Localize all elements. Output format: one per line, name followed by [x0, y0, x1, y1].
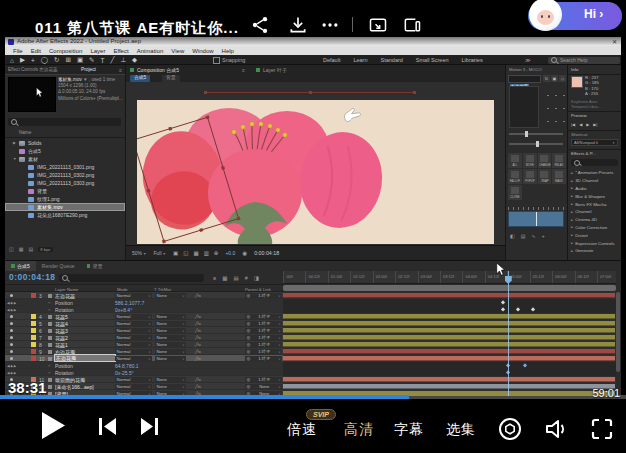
timeline-icon-3[interactable]: # — [245, 275, 248, 281]
timeline-tab[interactable]: 背景 — [81, 261, 109, 271]
motion-button-clone[interactable]: CLONE — [508, 185, 522, 200]
slider-knob[interactable] — [525, 131, 528, 137]
work-area-bar[interactable] — [283, 285, 616, 291]
resolution-select[interactable]: Full▼ — [153, 250, 166, 256]
transport-icon-3[interactable]: ▶| — [593, 122, 597, 127]
motion-grid-icon[interactable]: ▣ — [551, 75, 558, 82]
tool-icon-11[interactable]: ◆ — [132, 56, 137, 64]
layer-name[interactable]: 花蕊1 — [55, 342, 113, 348]
fx-switch-icon[interactable]: ╱fx — [195, 384, 201, 389]
shortcut-select[interactable]: All/Numpad 0 ▼ — [571, 139, 618, 146]
tool-icon-2[interactable]: + — [31, 57, 35, 64]
bounds-handle[interactable] — [204, 91, 207, 94]
search-help-input[interactable]: Search Help — [548, 57, 620, 64]
layer-row[interactable]: 8花蕊1Normal∨None∨╱fx◎1.叶子∨ — [5, 341, 283, 348]
trkmat-select[interactable]: None∨ — [155, 349, 186, 354]
tab-effect-controls[interactable]: Effect Controls 左边花蕊 — [8, 67, 58, 72]
menu-animation[interactable]: Animation — [137, 48, 164, 54]
trkmat-select[interactable]: None∨ — [155, 314, 186, 319]
effects-category[interactable]: ▶Color Correction — [568, 224, 622, 232]
property-row[interactable]: ◀◆▶○Rotation0x+8.4° — [5, 306, 283, 313]
trkmat-select[interactable]: None∨ — [155, 335, 186, 340]
fx-switch-icon[interactable]: ╱fx — [195, 377, 201, 382]
mode-select[interactable]: Normal∨ — [115, 293, 152, 298]
mode-select[interactable]: Normal∨ — [115, 384, 152, 389]
property-value[interactable]: 586.2,1077.7 — [115, 300, 144, 306]
parent-select[interactable]: ◎1.叶子∨ — [245, 321, 282, 326]
speed-button[interactable]: 倍速 — [287, 421, 317, 439]
view-tab-background[interactable]: 背景 — [162, 75, 180, 82]
motion-button-change[interactable]: CHANGE — [538, 153, 552, 168]
previous-button[interactable] — [98, 417, 117, 436]
layer-duration-bar[interactable] — [283, 321, 615, 326]
mode-select[interactable]: Normal∨ — [115, 377, 152, 382]
layer-duration-bar[interactable] — [283, 384, 615, 389]
parent-select[interactable]: ◎1.叶子∨ — [245, 349, 282, 354]
stopwatch-icon[interactable]: ○ — [48, 307, 50, 312]
motion-footer-icon-0[interactable]: ◧ — [510, 233, 515, 239]
eye-icon[interactable] — [10, 294, 13, 297]
motion-footer-icon-3[interactable]: + — [542, 233, 545, 239]
motion-button-popup[interactable]: POPUP — [523, 169, 537, 184]
trkmat-select[interactable]: None∨ — [155, 377, 186, 382]
assistant-hi-label[interactable]: Hi › — [584, 7, 603, 21]
cast-screen-icon[interactable] — [402, 15, 422, 35]
layer-name[interactable]: 左边花蕊 — [55, 293, 113, 299]
menu-edit[interactable]: Edit — [31, 48, 41, 54]
layer-name[interactable]: 花蕊4 — [55, 321, 113, 327]
keyframe-icon[interactable] — [530, 307, 535, 312]
time-ruler[interactable]: :00f00:12f01:00f01:12f02:00f02:12f03:00f… — [283, 271, 616, 284]
parent-select[interactable]: ◎1.叶子∨ — [245, 356, 282, 361]
transport-icon-0[interactable]: |◀ — [571, 122, 575, 127]
eye-icon[interactable] — [10, 322, 13, 325]
layer-row[interactable]: 7花蕊2Normal∨None∨╱fx◎1.叶子∨ — [5, 334, 283, 341]
label-color-chip[interactable] — [31, 314, 36, 319]
menu-help[interactable]: Help — [222, 48, 234, 54]
stopwatch-icon[interactable]: ○ — [48, 300, 50, 305]
mode-select[interactable]: Normal∨ — [115, 328, 152, 333]
play-button[interactable] — [38, 410, 68, 441]
workspace-overflow-icon[interactable]: ≫ — [525, 57, 531, 63]
motion-refresh-icon[interactable]: ↻ — [543, 75, 550, 82]
mode-select[interactable]: Normal∨ — [115, 321, 152, 326]
layer-duration-bar[interactable] — [283, 349, 615, 354]
property-row[interactable]: ◀◆▶○Rotation0x-25.5° — [5, 369, 283, 376]
episodes-button[interactable]: 选集 — [446, 421, 476, 439]
effects-category[interactable]: ▶Expression Controls — [568, 239, 622, 247]
column-parent[interactable]: Parent & Link — [245, 287, 271, 292]
trkmat-select[interactable]: None∨ — [155, 328, 186, 333]
timeline-icon-4[interactable]: ◨ — [254, 275, 259, 281]
layer-name[interactable]: 花蕊5 — [55, 314, 113, 320]
keyframe-icon[interactable] — [515, 307, 520, 312]
motion-name-field[interactable]: 左边花蕊 — [508, 75, 541, 83]
column-mode[interactable]: Mode — [117, 287, 128, 292]
tool-icon-1[interactable]: ▶ — [20, 56, 25, 64]
mode-select[interactable]: Normal∨ — [115, 356, 152, 361]
fx-switch-icon[interactable]: ╱fx — [195, 328, 201, 333]
panel-menu-icon[interactable]: ≡ — [119, 67, 122, 73]
more-icon[interactable] — [320, 15, 340, 35]
stopwatch-icon[interactable]: ○ — [48, 363, 50, 368]
tool-icon-4[interactable]: ↻ — [54, 56, 59, 64]
trkmat-select[interactable]: None∨ — [155, 356, 186, 361]
anchor-dot-grid[interactable] — [544, 89, 566, 127]
motion-button-fallof[interactable]: FALLOF — [508, 169, 522, 184]
layer-row[interactable]: 3左边花蕊Normal∨None∨╱fx◎1.叶子∨ — [5, 292, 283, 299]
workspace-tab[interactable]: Default — [323, 57, 340, 63]
tool-icon-9[interactable]: ╱ — [111, 56, 115, 64]
menu-effect[interactable]: Effect — [113, 48, 128, 54]
layer-name[interactable]: 花蕊3 — [55, 328, 113, 334]
tab-layer[interactable]: Layer 叶子 — [256, 67, 287, 73]
motion-slider[interactable] — [509, 143, 563, 145]
keyframe-nav-icons[interactable]: ◀◆▶ — [7, 308, 17, 312]
danmaku-settings-icon[interactable] — [497, 416, 523, 442]
label-color-chip[interactable] — [31, 293, 36, 298]
motion-button-move[interactable]: MOVE — [523, 153, 537, 168]
parent-select[interactable]: ◎1.叶子∨ — [245, 293, 282, 298]
tool-icon-5[interactable]: ⊞ — [65, 56, 70, 64]
motion-slider[interactable] — [509, 133, 563, 135]
layer-name[interactable]: 左边花瓣 — [55, 355, 115, 361]
layer-duration-bar[interactable] — [283, 356, 615, 361]
parent-select[interactable]: ◎1.叶子∨ — [245, 335, 282, 340]
viewer-icon-2[interactable]: ▦ — [193, 250, 198, 256]
